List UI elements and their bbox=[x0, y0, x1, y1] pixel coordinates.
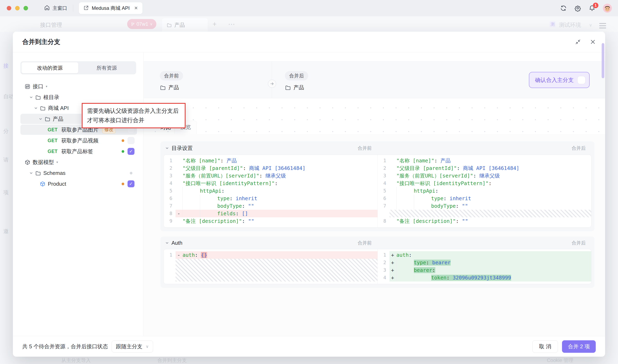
screen: 主窗口 Medusa 商城 API ✕ 1 接口管理 07w1 ∨ bbox=[0, 0, 618, 364]
code-line: 1-auth: {} bbox=[164, 251, 378, 259]
tree-row[interactable]: GET获取产品标签 bbox=[20, 146, 137, 156]
tree-row[interactable]: 接口▾ bbox=[20, 81, 137, 91]
notification-count-badge: 1 bbox=[593, 3, 598, 8]
gear-icon[interactable] bbox=[574, 5, 581, 12]
chevron-down-icon[interactable] bbox=[165, 241, 169, 245]
chevron-down-icon: ∨ bbox=[146, 344, 149, 349]
cancel-button[interactable]: 取 消 bbox=[532, 340, 558, 353]
http-method: GET bbox=[48, 149, 58, 154]
minimize-window-icon[interactable] bbox=[15, 6, 20, 10]
project-tab[interactable]: Medusa 商城 API ✕ bbox=[79, 2, 143, 14]
folder-icon bbox=[40, 105, 46, 111]
code-line: 3"服务（前置URL）[serverId]": 继承父级 bbox=[164, 172, 378, 180]
tooltip-line2: 才可将本接口进行合并 bbox=[87, 116, 180, 125]
folder-icon bbox=[35, 170, 41, 176]
change-dot bbox=[130, 172, 132, 174]
dialog-footer: 共 5 个待合并资源，合并后接口状态 跟随主分支 ∨ 取 消 合并 2 项 bbox=[13, 336, 605, 357]
tree-row[interactable]: Product bbox=[20, 179, 137, 189]
tree-row[interactable]: 根目录 bbox=[20, 92, 137, 102]
code-line: 4"接口唯一标识 [identityPattern]": bbox=[164, 180, 378, 187]
close-window-icon[interactable] bbox=[7, 6, 11, 10]
tree-row[interactable]: Schemas bbox=[20, 168, 137, 178]
diff-card: 1-auth: {}1+auth:2+type: bearer3+bearer:… bbox=[163, 249, 592, 284]
resource-tree: 接口▾根目录商城 API产品GET获取参产品图片修改GET获取参产品视频GET获… bbox=[20, 81, 137, 189]
confirm-merge-button[interactable]: 确认合入主分支 bbox=[529, 72, 590, 88]
code-line: 1"名称 [name]": 产品 bbox=[378, 157, 592, 164]
tooltip-line1: 需要先确认父级资源合并入主分支后 bbox=[87, 106, 180, 116]
folder-icon bbox=[35, 94, 41, 100]
http-method: GET bbox=[48, 127, 58, 132]
before-label: 合并前 bbox=[358, 145, 378, 151]
merge-warning-tooltip: 需要先确认父级资源合并入主分支后 才可将本接口进行合并 bbox=[82, 103, 185, 128]
merge-checkbox[interactable] bbox=[128, 148, 134, 155]
external-window-icon bbox=[83, 5, 89, 12]
chevron-down-icon[interactable] bbox=[29, 171, 33, 175]
before-code-pane: 1-auth: {} bbox=[164, 249, 378, 284]
before-resource: 产品 bbox=[160, 84, 272, 91]
resource-tabs: 改动的资源所有资源 bbox=[20, 61, 136, 74]
section-title: Auth bbox=[171, 240, 183, 246]
window-chrome: 主窗口 Medusa 商城 API ✕ 1 bbox=[0, 0, 618, 16]
merge-button[interactable]: 合并 2 项 bbox=[562, 340, 596, 353]
folder-icon bbox=[285, 85, 291, 91]
chevron-down-icon[interactable] bbox=[29, 95, 33, 99]
before-code-pane: 1"名称 [name]": 产品2"父级目录 [parentId]": 商城 A… bbox=[164, 155, 378, 227]
confirm-toggle[interactable] bbox=[577, 76, 586, 84]
scrollbar-thumb[interactable] bbox=[602, 43, 604, 78]
code-line: 6type: inherit bbox=[378, 195, 592, 202]
avatar[interactable] bbox=[603, 4, 612, 13]
api-icon bbox=[25, 84, 30, 90]
merge-checkbox[interactable] bbox=[128, 137, 134, 144]
caret-down-icon: ▾ bbox=[46, 85, 47, 88]
code-line: 3"服务（前置URL）[serverId]": 继承父级 bbox=[378, 172, 592, 180]
after-code-pane: 1+auth:2+type: bearer3+bearer:4+token: 3… bbox=[378, 249, 592, 284]
tree-row[interactable]: 数据模型▾ bbox=[20, 157, 137, 167]
home-icon bbox=[44, 4, 50, 12]
close-dialog-icon[interactable] bbox=[590, 39, 596, 45]
diff-panel: 合并前 产品 合并后 产品 bbox=[144, 52, 605, 336]
diff-section: Auth合并前合并后1-auth: {}1+auth:2+type: beare… bbox=[160, 236, 594, 288]
code-line: 2"父级目录 [parentId]": 商城 API [36461484] bbox=[378, 164, 592, 172]
resource-tab-1[interactable]: 所有资源 bbox=[78, 62, 135, 73]
merge-checkbox[interactable] bbox=[128, 180, 134, 187]
code-line: 1+auth: bbox=[378, 251, 592, 259]
code-line: 2"父级目录 [parentId]": 商城 API [36461484] bbox=[164, 164, 378, 172]
chevron-down-icon[interactable] bbox=[165, 146, 169, 150]
schema-icon bbox=[40, 181, 46, 187]
diff-sections: 目录设置合并前合并后1"名称 [name]": 产品2"父级目录 [parent… bbox=[144, 134, 605, 336]
before-label: 合并前 bbox=[358, 240, 378, 246]
code-line: 9"备注 [description]": "" bbox=[164, 217, 378, 225]
collapse-dialog-icon[interactable] bbox=[575, 39, 581, 45]
code-line: 6type: inherit bbox=[164, 195, 378, 202]
traffic-lights bbox=[7, 6, 28, 10]
merge-dialog: 合并到主分支 改动的资源所有资源 接口▾根目录商城 API产品GET获取参产品图… bbox=[13, 32, 605, 357]
http-method: GET bbox=[48, 138, 58, 143]
sync-icon[interactable] bbox=[560, 5, 567, 12]
zoom-window-icon[interactable] bbox=[24, 6, 28, 10]
code-line: 8"备注 [description]": "" bbox=[378, 217, 592, 225]
arrow-right-icon bbox=[268, 80, 276, 88]
chevron-down-icon[interactable] bbox=[34, 106, 38, 110]
tree-row[interactable]: GET获取参产品视频 bbox=[20, 135, 137, 146]
close-tab-icon[interactable]: ✕ bbox=[134, 5, 138, 11]
code-line bbox=[378, 210, 592, 217]
view-tabstrip: 对比 预览 bbox=[144, 98, 605, 134]
change-dot bbox=[122, 139, 124, 142]
caret-down-icon: ▾ bbox=[56, 160, 58, 164]
code-line: 3+bearer: bbox=[378, 266, 592, 274]
notifications-bell-icon[interactable]: 1 bbox=[589, 5, 595, 12]
merge-summary: 共 5 个待合并资源，合并后接口状态 bbox=[22, 343, 108, 350]
after-pill: 合并后 bbox=[285, 71, 308, 80]
code-line: 8-fields: [] bbox=[164, 210, 378, 217]
status-select[interactable]: 跟随主分支 ∨ bbox=[112, 340, 153, 352]
code-line: 4+token: 32096u09293jt348999 bbox=[378, 274, 592, 282]
chevron-down-icon[interactable] bbox=[39, 117, 42, 121]
resource-tab-0[interactable]: 改动的资源 bbox=[21, 62, 78, 73]
after-resource: 产品 bbox=[285, 84, 308, 91]
dialog-header: 合并到主分支 bbox=[13, 32, 605, 52]
folder-icon bbox=[160, 85, 166, 91]
after-code-pane: 1"名称 [name]": 产品2"父级目录 [parentId]": 商城 A… bbox=[378, 155, 592, 227]
home-tab[interactable]: 主窗口 bbox=[44, 4, 67, 12]
home-tab-label: 主窗口 bbox=[53, 5, 67, 12]
code-line: 7bodyType: "" bbox=[378, 202, 592, 210]
